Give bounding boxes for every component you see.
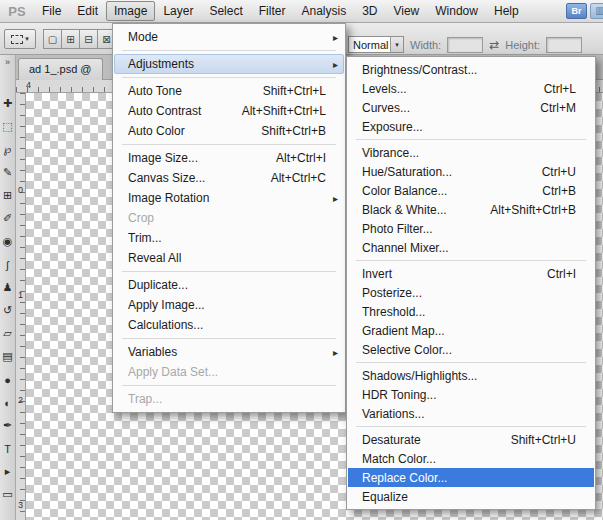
dodge-tool-icon: ◐	[4, 397, 11, 409]
menu-item-reveal-all[interactable]: Reveal All	[114, 248, 344, 268]
menu-item-exposure[interactable]: Exposure...	[348, 117, 594, 136]
menu-item-label: Match Color...	[362, 452, 436, 466]
workspace-switcher-button[interactable]: ▥	[590, 3, 603, 19]
menu-item-duplicate[interactable]: Duplicate...	[114, 275, 344, 295]
menu-item-apply-image[interactable]: Apply Image...	[114, 295, 344, 315]
document-tab-title: ad 1_.psd @	[29, 63, 92, 75]
menu-item-shadows-highlights[interactable]: Shadows/Highlights...	[348, 366, 594, 385]
eyedropper-tool[interactable]: ✐	[0, 207, 15, 230]
lasso-tool-icon: ℘	[4, 143, 12, 156]
menubar-item-analysis[interactable]: Analysis	[293, 0, 354, 22]
menu-item-equalize[interactable]: Equalize	[348, 487, 594, 506]
menu-item-desaturate[interactable]: DesaturateShift+Ctrl+U	[348, 430, 594, 449]
menu-item-levels[interactable]: Levels...Ctrl+L	[348, 79, 594, 98]
menubar-item-view[interactable]: View	[385, 0, 427, 22]
menu-separator	[122, 50, 336, 51]
menu-item-mode[interactable]: Mode▸	[114, 27, 344, 47]
menu-item-label: Adjustments	[128, 57, 194, 71]
menubar-item-3d[interactable]: 3D	[354, 0, 385, 22]
menubar-item-image[interactable]: Image	[106, 1, 155, 21]
menu-separator	[356, 362, 586, 363]
menu-separator	[356, 139, 586, 140]
menu-item-hue-saturation[interactable]: Hue/Saturation...Ctrl+U	[348, 162, 594, 181]
menubar-item-help[interactable]: Help	[486, 0, 527, 22]
crop-tool-icon: ⊞	[3, 189, 12, 202]
spot-healing-brush-tool[interactable]: ◉	[0, 230, 15, 253]
submenu-arrow-icon: ▸	[326, 347, 338, 358]
menu-item-crop: Crop	[114, 208, 344, 228]
menu-item-adjustments[interactable]: Adjustments▸	[114, 54, 344, 74]
menu-item-image-size[interactable]: Image Size...Alt+Ctrl+I	[114, 148, 344, 168]
blur-tool[interactable]: ●	[0, 368, 15, 391]
launch-bridge-button[interactable]: Br	[566, 3, 587, 19]
menu-item-auto-tone[interactable]: Auto ToneShift+Ctrl+L	[114, 81, 344, 101]
subtract-from-selection-button[interactable]: ⊟	[79, 29, 98, 49]
eraser-tool-icon: ▱	[3, 327, 11, 340]
menu-item-black-white[interactable]: Black & White...Alt+Shift+Ctrl+B	[348, 200, 594, 219]
menu-item-channel-mixer[interactable]: Channel Mixer...	[348, 238, 594, 257]
menubar-item-edit[interactable]: Edit	[69, 0, 106, 22]
menubar-item-window[interactable]: Window	[427, 0, 486, 22]
collapse-tools-panel-button[interactable]: »	[0, 55, 15, 70]
menu-item-threshold[interactable]: Threshold...	[348, 302, 594, 321]
rectangular-marquee-tool[interactable]: ⬚	[0, 115, 15, 138]
menu-separator	[122, 271, 336, 272]
menu-item-posterize[interactable]: Posterize...	[348, 283, 594, 302]
type-tool[interactable]: T	[0, 437, 15, 460]
menubar-item-filter[interactable]: Filter	[251, 0, 294, 22]
new-selection-button[interactable]: ▢	[43, 29, 62, 49]
menu-item-canvas-size[interactable]: Canvas Size...Alt+Ctrl+C	[114, 168, 344, 188]
menu-item-image-rotation[interactable]: Image Rotation▸	[114, 188, 344, 208]
menu-item-invert[interactable]: InvertCtrl+I	[348, 264, 594, 283]
history-brush-tool[interactable]: ↺	[0, 299, 15, 322]
menu-item-label: Selective Color...	[362, 343, 452, 357]
menu-item-auto-color[interactable]: Auto ColorShift+Ctrl+B	[114, 121, 344, 141]
style-select[interactable]: Normal ▾	[348, 36, 404, 53]
width-input[interactable]	[447, 37, 483, 53]
menu-item-replace-color[interactable]: Replace Color...	[348, 468, 594, 487]
adjustments-submenu: Brightness/Contrast...Levels...Ctrl+LCur…	[346, 56, 596, 510]
gradient-tool[interactable]: ▤	[0, 345, 15, 368]
menu-item-auto-contrast[interactable]: Auto ContrastAlt+Shift+Ctrl+L	[114, 101, 344, 121]
brush-tool[interactable]: ʃ	[0, 253, 15, 276]
pen-tool[interactable]: ✒	[0, 414, 15, 437]
menu-item-selective-color[interactable]: Selective Color...	[348, 340, 594, 359]
menu-item-color-balance[interactable]: Color Balance...Ctrl+B	[348, 181, 594, 200]
menu-item-gradient-map[interactable]: Gradient Map...	[348, 321, 594, 340]
menu-item-variations[interactable]: Variations...	[348, 404, 594, 423]
menu-item-calculations[interactable]: Calculations...	[114, 315, 344, 335]
menu-item-hdr-toning[interactable]: HDR Toning...	[348, 385, 594, 404]
menu-item-shortcut: Alt+Ctrl+C	[247, 171, 326, 185]
add-to-selection-button[interactable]: ⊞	[61, 29, 80, 49]
swap-dimensions-icon[interactable]: ⇄	[489, 38, 499, 52]
move-tool[interactable]: ✚	[0, 92, 15, 115]
menu-item-label: Curves...	[362, 101, 410, 115]
document-tab[interactable]: ad 1_.psd @	[18, 58, 103, 80]
height-input[interactable]	[546, 37, 582, 53]
menu-item-curves[interactable]: Curves...Ctrl+M	[348, 98, 594, 117]
quick-selection-tool[interactable]: ✎	[0, 161, 15, 184]
menubar-item-layer[interactable]: Layer	[155, 0, 201, 22]
horizontal-ruler-number: 4	[26, 80, 31, 90]
clone-stamp-tool[interactable]: ♟	[0, 276, 15, 299]
lasso-tool[interactable]: ℘	[0, 138, 15, 161]
dodge-tool[interactable]: ◐	[0, 391, 15, 414]
menu-item-label: Calculations...	[128, 318, 203, 332]
rectangle-tool[interactable]: ▭	[0, 483, 15, 506]
menu-item-match-color[interactable]: Match Color...	[348, 449, 594, 468]
menu-item-photo-filter[interactable]: Photo Filter...	[348, 219, 594, 238]
menu-item-vibrance[interactable]: Vibrance...	[348, 143, 594, 162]
menu-item-shortcut: Ctrl+B	[518, 184, 576, 198]
menu-item-label: Auto Color	[128, 124, 185, 138]
menu-item-brightness-contrast[interactable]: Brightness/Contrast...	[348, 60, 594, 79]
tool-preset-dropdown[interactable]: ▾	[4, 29, 36, 49]
menubar-item-select[interactable]: Select	[201, 0, 250, 22]
menu-item-trim[interactable]: Trim...	[114, 228, 344, 248]
menu-item-label: Invert	[362, 267, 392, 281]
menu-item-label: Vibrance...	[362, 146, 419, 160]
crop-tool[interactable]: ⊞	[0, 184, 15, 207]
menu-item-variables[interactable]: Variables▸	[114, 342, 344, 362]
eraser-tool[interactable]: ▱	[0, 322, 15, 345]
path-selection-tool[interactable]: ▸	[0, 460, 15, 483]
menubar-item-file[interactable]: File	[34, 0, 69, 22]
